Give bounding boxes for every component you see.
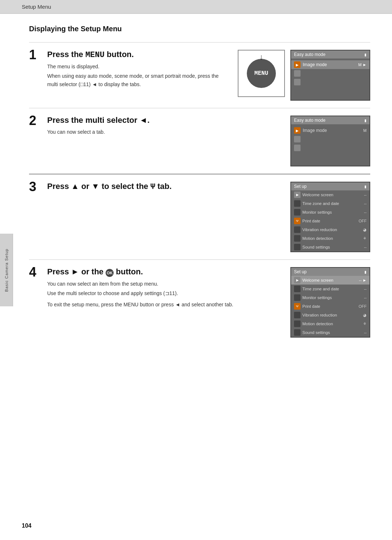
cam-icon-1-3 <box>294 79 301 85</box>
step-2-screen: Easy auto mode ▮ ▶ Image mode M <box>290 116 370 166</box>
s3-icon-monitor <box>294 209 301 215</box>
s4-row-monitor: Monitor settings -- <box>291 293 369 302</box>
step-2-number: 2 <box>29 114 47 127</box>
s4-val-print: OFF <box>359 304 367 309</box>
setup-screen-3-body: ▶ Welcome screen -- Time zone and date -… <box>291 190 369 251</box>
s3-row-print: Ψ Print date OFF <box>291 217 369 225</box>
s3-val-sound: -- <box>364 245 367 249</box>
s3-val-timezone: -- <box>364 201 367 206</box>
camera-screen-1-header: Easy auto mode ▮ <box>291 51 369 59</box>
setup-screen-4-body: ▶ Welcome screen -- ► Time zone and date… <box>291 276 369 337</box>
camera-screen-2: Easy auto mode ▮ ▶ Image mode M <box>290 116 370 166</box>
step-4-desc2: Use the multi selector to choose and app… <box>47 289 278 297</box>
s3-val-monitor: -- <box>364 210 367 214</box>
cam-label-2: Image mode <box>303 128 363 133</box>
s4-label-monitor: Monitor settings <box>302 295 364 300</box>
battery-icon-1: ▮ <box>364 53 367 57</box>
step-3-y-symbol: Ψ <box>150 182 155 192</box>
step-3: 3 Press ▲ or ▼ to select the Ψ tab. Set … <box>29 174 370 256</box>
s4-label-sound: Sound settings <box>302 330 364 335</box>
camera-screen-2-body: ▶ Image mode M <box>291 124 369 166</box>
step-4-content: Press ► or the OK button. You can now se… <box>47 267 285 310</box>
s3-label-timezone: Time zone and date <box>302 201 364 206</box>
s3-label-welcome: Welcome screen <box>302 193 364 197</box>
step-1-number: 1 <box>29 48 47 61</box>
s3-icon-print: Ψ <box>294 218 301 224</box>
setup-screen-3-title: Set up <box>294 184 307 189</box>
battery-icon-2: ▮ <box>364 118 367 122</box>
s4-row-welcome: ▶ Welcome screen -- ► <box>291 276 369 285</box>
top-bar: Setup Menu <box>0 0 392 14</box>
cam-row-1-2 <box>291 69 369 78</box>
step-1-content: Press the MENU button. The menu is displ… <box>47 50 238 90</box>
step-4-desc3: To exit the setup menu, press the MENU b… <box>47 301 278 309</box>
s4-icon-timezone <box>294 286 301 292</box>
cam-icon-1: ▶ <box>294 61 301 68</box>
step-4: 4 Press ► or the OK button. You can now … <box>29 259 370 341</box>
s3-row-motion: Motion detection ⚘ <box>291 234 369 243</box>
page-number: 104 <box>22 523 32 529</box>
step-4-title: Press ► or the OK button. <box>47 267 278 277</box>
s3-label-monitor: Monitor settings <box>302 210 364 214</box>
s4-label-welcome: Welcome screen <box>302 278 359 282</box>
s3-row-welcome: ▶ Welcome screen -- <box>291 190 369 199</box>
step-2-desc: You can now select a tab. <box>47 128 278 136</box>
s3-icon-timezone <box>294 200 301 207</box>
s4-row-print: Ψ Print date OFF <box>291 302 369 311</box>
battery-icon-4: ▮ <box>364 270 367 274</box>
s4-row-sound: Sound settings -- <box>291 328 369 337</box>
s4-val-timezone: -- <box>364 287 367 291</box>
s4-val-vibration: ◕ <box>363 313 367 318</box>
s3-row-sound: Sound settings -- <box>291 243 369 251</box>
cam-row-2-2 <box>291 135 369 144</box>
s4-row-timezone: Time zone and date -- <box>291 285 369 293</box>
s3-val-print: OFF <box>359 219 367 223</box>
cam-icon-2-3 <box>294 145 301 151</box>
cam-row-2-image-mode: ▶ Image mode M <box>291 126 369 135</box>
page: Setup Menu Basic Camera Setup Displaying… <box>0 0 392 540</box>
setup-screen-3: Set up ▮ ▶ Welcome screen -- Time zone a… <box>290 182 370 252</box>
s4-icon-print: Ψ <box>294 303 301 310</box>
camera-screen-1-body: ▶ Image mode M ► <box>291 59 369 100</box>
s3-label-vibration: Vibration reduction <box>302 227 363 232</box>
s3-row-vibration: Vibration reduction ◕ <box>291 225 369 234</box>
setup-screen-4-title: Set up <box>294 269 307 274</box>
cam-icon-2-2 <box>294 136 301 142</box>
cam-value-2: M <box>363 128 367 133</box>
camera-screen-2-header: Easy auto mode ▮ <box>291 116 369 124</box>
step-4-menu-word: MENU <box>123 302 138 307</box>
s4-row-motion: Motion detection ⚘ <box>291 319 369 328</box>
battery-icon-3: ▮ <box>364 185 367 189</box>
s4-icon-vibration <box>294 312 301 318</box>
ok-circle-icon: OK <box>106 269 114 277</box>
s3-icon-vibration <box>294 226 301 233</box>
step-4-number: 4 <box>29 266 47 279</box>
camera-screen-1: Easy auto mode ▮ ▶ Image mode M ► <box>290 50 370 101</box>
step-1-title-suffix: button. <box>105 50 134 59</box>
step-1: 1 Press the MENU button. The menu is dis… <box>29 42 370 104</box>
s4-label-print: Print date <box>302 304 359 309</box>
s3-label-sound: Sound settings <box>302 245 364 249</box>
step-3-screen: Set up ▮ ▶ Welcome screen -- Time zone a… <box>290 182 370 252</box>
header-title: Setup Menu <box>22 4 51 10</box>
step-3-number: 3 <box>29 180 47 193</box>
s3-icon-welcome: ▶ <box>294 192 301 198</box>
s4-label-vibration: Vibration reduction <box>302 313 363 317</box>
setup-screen-4-header: Set up ▮ <box>291 268 369 276</box>
cam-label-1: Image mode <box>303 62 358 67</box>
menu-button: MENU <box>247 59 276 88</box>
sidebar-label: Basic Camera Setup <box>4 249 9 292</box>
menu-button-illustration: ↓ MENU <box>238 50 285 97</box>
setup-screen-3-header: Set up ▮ <box>291 182 369 190</box>
step-1-desc1: The menu is displayed. <box>47 63 230 70</box>
section-title: Displaying the Setup Menu <box>29 25 370 33</box>
cam-value-1: M ► <box>358 63 367 67</box>
camera-screen-2-title: Easy auto mode <box>294 118 326 123</box>
cam-icon-2: ▶ <box>294 127 301 134</box>
cam-row-2-3 <box>291 144 369 152</box>
step-1-title-prefix: Press the <box>47 50 85 59</box>
s3-row-timezone: Time zone and date -- <box>291 199 369 208</box>
step-4-desc1: You can now select an item from the setu… <box>47 280 278 288</box>
step-3-title: Press ▲ or ▼ to select the Ψ tab. <box>47 182 278 192</box>
s3-label-print: Print date <box>302 219 359 223</box>
